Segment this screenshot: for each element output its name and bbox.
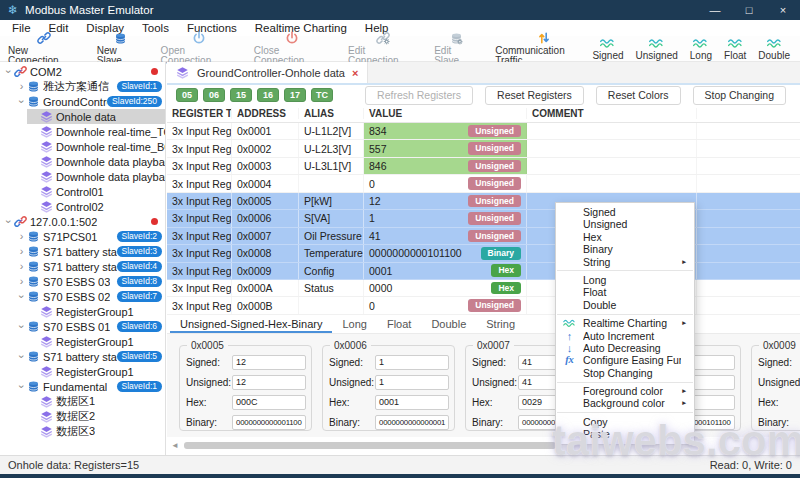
signed-input[interactable]: 1 xyxy=(375,355,449,370)
tree-item-registergroup1[interactable]: RegisterGroup1 xyxy=(0,304,165,319)
table-row-0x0009[interactable]: 3x Input Register0x0009Config0001Hex xyxy=(167,263,800,280)
menu-item-realtime-charting[interactable]: Realtime Charting► xyxy=(556,317,694,329)
menu-item-background-color[interactable]: Background color► xyxy=(556,397,694,409)
unsigned-input[interactable]: 1 xyxy=(375,375,449,390)
scrollbar-thumb[interactable] xyxy=(184,442,556,449)
bottom-tab-string[interactable]: String xyxy=(476,315,525,333)
menu-item-auto-increment[interactable]: ↑Auto Increment xyxy=(556,330,694,342)
chevron-down-icon[interactable]: › xyxy=(3,66,14,77)
column-header-comment[interactable]: COMMENT xyxy=(527,108,697,119)
menu-item-auto-decreasing[interactable]: ↓Auto Decreasing xyxy=(556,342,694,354)
cell-value[interactable]: 846Unsigned xyxy=(364,158,527,174)
hex-input[interactable]: 000C xyxy=(232,395,306,410)
tree-item-3[interactable]: 数据区3 xyxy=(0,424,165,439)
column-header-value[interactable]: VALUE xyxy=(364,108,527,119)
chevron-down-icon[interactable]: › xyxy=(3,216,14,227)
tree-item-registergroup1[interactable]: RegisterGroup1 xyxy=(0,334,165,349)
toolbar-new-connection[interactable]: New Connection xyxy=(8,31,80,66)
toolbar-chart-float[interactable]: Float xyxy=(724,36,746,61)
chevron-down-icon[interactable]: › xyxy=(16,381,27,392)
cell-value[interactable]: 12Unsigned xyxy=(364,193,527,209)
bottom-tab-unsigned-signed-hex-binary[interactable]: Unsigned-Signed-Hex-Binary xyxy=(170,315,332,333)
cell-value[interactable]: 834Unsigned xyxy=(364,123,527,139)
table-row-0x0004[interactable]: 3x Input Register0x00040Unsigned xyxy=(167,175,800,192)
tree-item-downhole-real-time-top[interactable]: Downhole real-time_TOP xyxy=(0,124,165,139)
column-header-address[interactable]: ADDRESS xyxy=(232,108,299,119)
table-row-0x000a[interactable]: 3x Input Register0x000AStatus0000Hex xyxy=(167,280,800,297)
tree-item-control02[interactable]: Control02 xyxy=(0,199,165,214)
tree-item-onhole-data[interactable]: Onhole data xyxy=(0,109,165,124)
close-button[interactable]: × xyxy=(766,0,800,20)
tree-item-fundamental[interactable]: ›FundamentalSlaveId:1 xyxy=(0,379,165,394)
tree-item-control01[interactable]: Control01 xyxy=(0,184,165,199)
tree-item-1[interactable]: 数据区1 xyxy=(0,394,165,409)
function-button-05[interactable]: 05 xyxy=(176,88,198,102)
cell-value[interactable]: 1Unsigned xyxy=(364,210,527,226)
tree-item-2[interactable]: 数据区2 xyxy=(0,409,165,424)
chevron-down-icon[interactable]: › xyxy=(16,351,27,362)
table-row-0x0003[interactable]: 3x Input Register0x0003U-L3L1[V]846Unsig… xyxy=(167,158,800,175)
toolbar-open-connection[interactable]: Open Connection xyxy=(161,31,237,66)
tree-item-s70-esbs-03[interactable]: ›S70 ESBS 03SlaveId:8 xyxy=(0,274,165,289)
function-button-16[interactable]: 16 xyxy=(257,88,279,102)
cell-value[interactable]: 557Unsigned xyxy=(364,140,527,156)
minimize-button[interactable]: — xyxy=(698,0,732,20)
cell-value[interactable]: 41Unsigned xyxy=(364,228,527,244)
tree-item-com2[interactable]: ›COM2 xyxy=(0,64,165,79)
tree-item-127-0-0-1-502[interactable]: ›127.0.0.1:502 xyxy=(0,214,165,229)
chevron-right-icon[interactable]: › xyxy=(16,276,27,287)
toolbar-chart-signed[interactable]: Signed xyxy=(592,36,623,61)
maximize-button[interactable]: □ xyxy=(732,0,766,20)
function-button-06[interactable]: 06 xyxy=(203,88,225,102)
binary-input[interactable]: 0000000000001100 xyxy=(232,415,306,430)
toolbar-chart-double[interactable]: Double xyxy=(758,36,790,61)
reset-registers-button[interactable]: Reset Registers xyxy=(485,86,584,105)
cell-value[interactable]: 0001Hex xyxy=(364,263,527,279)
bottom-tab-long[interactable]: Long xyxy=(332,315,376,333)
toolbar-chart-unsigned[interactable]: Unsigned xyxy=(636,36,678,61)
binary-input[interactable]: 0000000000000001 xyxy=(375,415,449,430)
menu-item-long[interactable]: Long xyxy=(556,274,694,286)
table-row-0x0008[interactable]: 3x Input Register0x0008Temperature000000… xyxy=(167,245,800,262)
bottom-tab-float[interactable]: Float xyxy=(377,315,421,333)
cell-value[interactable]: 0Unsigned xyxy=(364,297,527,313)
menu-item-configure-easing-function[interactable]: fxConfigure Easing Function xyxy=(556,354,694,366)
cell-value[interactable]: 0000Hex xyxy=(364,280,527,296)
toolbar-close-connection[interactable]: Close Connection xyxy=(254,31,331,66)
chevron-right-icon[interactable]: › xyxy=(16,261,27,272)
tree-item-downhole-real-time-bottom[interactable]: Downhole real-time_BOTTOM xyxy=(0,139,165,154)
toolbar-chart-long[interactable]: Long xyxy=(690,36,712,61)
chevron-right-icon[interactable]: › xyxy=(16,81,27,92)
menu-item-stop-changing[interactable]: Stop Changing xyxy=(556,367,694,379)
hex-input[interactable]: 0001 xyxy=(375,395,449,410)
unsigned-input[interactable]: 12 xyxy=(232,375,306,390)
function-button-15[interactable]: 15 xyxy=(230,88,252,102)
cell-value[interactable]: 0Unsigned xyxy=(364,175,527,191)
tab-groundcontroller-onhole-data[interactable]: GroundController-Onhole data × xyxy=(167,62,368,83)
table-row-0x000b[interactable]: 3x Input Register0x000B0Unsigned xyxy=(167,297,800,314)
function-button-tc[interactable]: TC xyxy=(311,88,333,102)
table-row-0x0001[interactable]: 3x Input Register0x0001U-L1L2[V]834Unsig… xyxy=(167,123,800,140)
menu-item-binary[interactable]: Binary xyxy=(556,243,694,255)
table-row-0x0007[interactable]: 3x Input Register0x0007Oil Pressure41Uns… xyxy=(167,228,800,245)
column-header-alias[interactable]: ALIAS xyxy=(299,108,364,119)
toolbar-edit-connection[interactable]: Edit Connection xyxy=(348,31,417,66)
chevron-down-icon[interactable]: › xyxy=(16,291,27,302)
toolbar-communication-traffic[interactable]: Communication Traffic xyxy=(495,31,592,66)
menu-item-double[interactable]: Double xyxy=(556,299,694,311)
reset-colors-button[interactable]: Reset Colors xyxy=(596,86,681,105)
tree-item-s70-esbs-02[interactable]: ›S70 ESBS 02SlaveId:7 xyxy=(0,289,165,304)
toolbar-new-slave[interactable]: New Slave xyxy=(97,31,144,66)
tree-item-s71pcs01[interactable]: ›S71PCS01SlaveId:2 xyxy=(0,229,165,244)
tree-item-downhole-data-playback-01[interactable]: Downhole data playback 01 xyxy=(0,154,165,169)
menu-item-string[interactable]: String► xyxy=(556,256,694,268)
tab-close-icon[interactable]: × xyxy=(352,67,358,79)
chevron-right-icon[interactable]: › xyxy=(16,246,27,257)
menu-item-unsigned[interactable]: Unsigned xyxy=(556,218,694,230)
chevron-down-icon[interactable]: › xyxy=(16,321,27,332)
tree-item-item[interactable]: ›雅达方案通信SlaveId:1 xyxy=(0,79,165,94)
tree-item-registergroup1[interactable]: RegisterGroup1 xyxy=(0,364,165,379)
function-button-17[interactable]: 17 xyxy=(284,88,306,102)
toolbar-edit-slave[interactable]: Edit Slave xyxy=(434,31,478,66)
signed-input[interactable]: 12 xyxy=(232,355,306,370)
